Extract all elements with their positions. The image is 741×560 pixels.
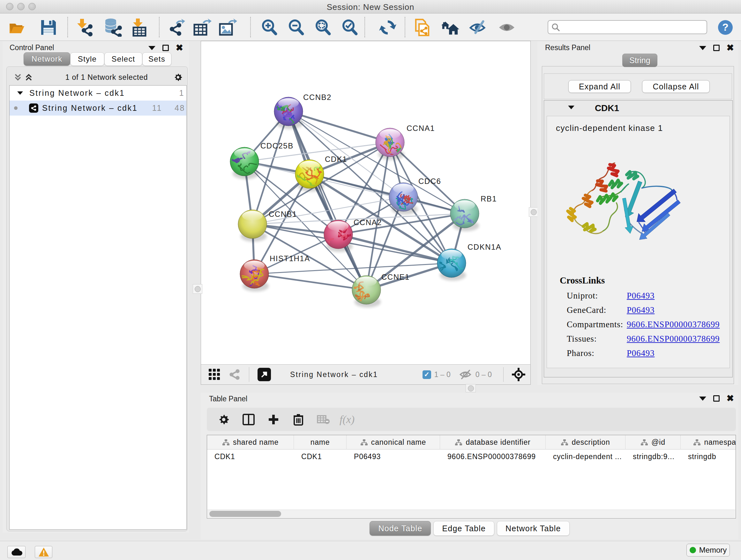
tab-network[interactable]: Network (23, 52, 70, 66)
show-eye-icon[interactable] (498, 18, 516, 37)
ribbon-helix (626, 171, 638, 179)
column-header-description[interactable]: description (546, 435, 625, 449)
panel-close-icon[interactable]: ✖ (176, 45, 183, 51)
cell-@id[interactable]: stringdb:9... (625, 449, 681, 464)
cell-shared-name[interactable]: CDK1 (207, 449, 294, 464)
node-CDC25B[interactable]: CDC25B (230, 141, 293, 179)
scrollbar-thumb[interactable] (209, 511, 281, 517)
memory-button[interactable]: Memory (686, 544, 730, 557)
cell-database-identifier[interactable]: 9606.ENSP00000378699 (440, 449, 546, 464)
panel-float-icon[interactable] (713, 45, 720, 51)
open-in-window-icon[interactable] (258, 368, 271, 381)
delete-column-icon[interactable] (290, 413, 307, 426)
column-header-canonical-name[interactable]: canonical name (347, 435, 440, 449)
collapse-all-button[interactable]: Collapse All (642, 80, 710, 93)
panel-float-icon[interactable] (713, 395, 720, 401)
cell-name[interactable]: CDK1 (294, 449, 347, 464)
import-network-from-file-icon[interactable] (76, 18, 94, 37)
cell-canonical-name[interactable]: P06493 (347, 449, 440, 464)
node-CCNA1[interactable]: CCNA1 (376, 124, 435, 160)
crosslink-link[interactable]: P06493 (627, 291, 655, 301)
network-list-options-gear-icon[interactable] (173, 72, 183, 82)
search-input[interactable] (560, 23, 700, 31)
tab-style[interactable]: Style (70, 52, 105, 66)
fit-selected-crosshair-icon[interactable] (512, 368, 525, 381)
tab-network-table[interactable]: Network Table (497, 521, 569, 536)
collection-label: String Network – cdk1 (29, 88, 125, 98)
crosslink-link[interactable]: P06493 (627, 348, 655, 358)
zoom-out-icon[interactable] (287, 18, 306, 37)
add-column-icon[interactable] (266, 414, 281, 426)
collection-expand-icon[interactable] (17, 91, 23, 95)
refresh-network-icon[interactable] (379, 18, 397, 37)
import-network-from-database-icon[interactable] (104, 18, 122, 37)
panel-close-icon[interactable]: ✖ (727, 45, 734, 51)
left-splitter-handle[interactable] (193, 284, 202, 294)
results-tab-string[interactable]: String (622, 54, 657, 67)
node-RB1[interactable]: RB1 (445, 194, 497, 232)
gene-entry-header[interactable]: CDK1 (544, 101, 732, 115)
search-box[interactable] (548, 20, 707, 34)
tab-sets[interactable]: Sets (142, 52, 172, 66)
table-row[interactable]: CDK1CDK1P064939606.ENSP00000378699cyclin… (207, 449, 736, 464)
column-header-database-identifier[interactable]: database identifier (440, 435, 546, 449)
copy-style-icon[interactable] (414, 18, 432, 37)
panel-close-icon[interactable]: ✖ (727, 395, 734, 401)
crosslink-link[interactable]: 9606.ENSP00000378699 (627, 334, 720, 344)
export-image-icon[interactable] (219, 18, 237, 37)
column-header-@id[interactable]: @id (625, 435, 681, 449)
tab-select[interactable]: Select (105, 52, 142, 66)
column-header-namespace[interactable]: namespace (681, 435, 736, 449)
import-table-from-file-icon[interactable] (130, 18, 149, 37)
node-label-RB1: RB1 (481, 194, 497, 203)
selected-items-checkbox-icon[interactable]: ✓ (422, 370, 431, 379)
horizontal-splitter-handle[interactable] (466, 384, 476, 392)
delete-table-icon-disabled (315, 414, 331, 425)
network-list-header: 1 of 1 Network selected (9, 70, 185, 84)
zoom-fit-icon[interactable] (314, 18, 332, 37)
crosslink-row: Tissues:9606.ENSP00000378699 (567, 332, 726, 346)
warning-button[interactable] (35, 546, 52, 558)
cell-namespace[interactable]: stringdb (681, 449, 736, 464)
node-label-CCNE1: CCNE1 (381, 273, 410, 281)
tab-edge-table[interactable]: Edge Table (433, 521, 494, 536)
help-icon[interactable]: ? (716, 18, 735, 37)
share-network-icon-disabled[interactable] (228, 368, 241, 381)
panel-menu-icon[interactable] (699, 46, 706, 50)
network-collection-row[interactable]: String Network – cdk1 1 (10, 85, 186, 101)
network-list-group: 1 of 1 Network selected String Network –… (6, 66, 188, 531)
zoom-selected-icon[interactable] (340, 18, 359, 37)
panel-menu-icon[interactable] (148, 46, 155, 50)
save-session-icon[interactable] (39, 18, 58, 37)
right-splitter-handle[interactable] (529, 207, 538, 217)
crosslink-link[interactable]: P06493 (627, 305, 655, 315)
expand-all-button[interactable]: Expand All (568, 80, 631, 93)
cell-description[interactable]: cyclin-dependent ... (546, 449, 625, 464)
zoom-in-icon[interactable] (260, 18, 279, 37)
table-tabs: Node Table Edge Table Network Table (201, 521, 738, 536)
edge-CCNB2-CCNE1 (288, 111, 366, 290)
column-label: @id (651, 438, 665, 447)
crosslink-link[interactable]: 9606.ENSP00000378699 (627, 320, 720, 329)
status-bar: Memory (0, 541, 741, 560)
network-canvas[interactable]: CCNB2CCNA1CDC25BCDK1CDC6RB1CCNB1CCNA2CDK… (201, 41, 530, 364)
crosslink-label: Compartments: (567, 320, 627, 329)
birds-eye-view-icon[interactable] (208, 368, 221, 381)
home-networks-icon[interactable] (441, 18, 460, 37)
node-CDKN1A[interactable]: CDKN1A (437, 243, 501, 281)
panel-float-icon[interactable] (162, 45, 169, 51)
network-row-selected[interactable]: String Network – cdk1 11 48 (10, 101, 186, 116)
export-network-to-file-icon[interactable] (167, 18, 186, 37)
column-header-name[interactable]: name (294, 435, 347, 449)
table-settings-gear-icon[interactable] (216, 414, 232, 425)
horizontal-scrollbar[interactable] (207, 509, 735, 518)
table-panel-title: Table Panel (209, 395, 247, 403)
panel-menu-icon[interactable] (699, 396, 706, 401)
tab-node-table[interactable]: Node Table (369, 521, 431, 536)
cloud-button[interactable] (7, 546, 25, 558)
column-header-shared-name[interactable]: shared name (207, 435, 294, 449)
export-table-to-file-icon[interactable] (193, 18, 212, 37)
show-column-panel-icon[interactable] (241, 414, 257, 426)
hide-panel-eye-icon[interactable] (469, 18, 488, 37)
open-session-icon[interactable] (8, 18, 26, 37)
